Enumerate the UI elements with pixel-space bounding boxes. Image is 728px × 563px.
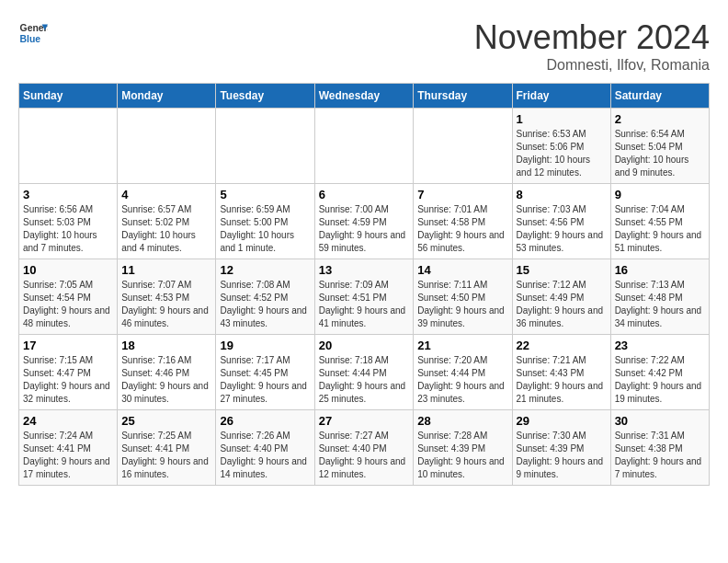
logo-icon: General Blue: [18, 18, 48, 48]
day-number: 9: [615, 188, 705, 201]
day-cell: 15Sunrise: 7:12 AM Sunset: 4:49 PM Dayli…: [512, 259, 610, 335]
day-cell: 6Sunrise: 7:00 AM Sunset: 4:59 PM Daylig…: [314, 184, 414, 259]
day-info: Sunrise: 7:09 AM Sunset: 4:51 PM Dayligh…: [319, 279, 410, 330]
weekday-header-monday: Monday: [118, 84, 216, 109]
day-number: 1: [517, 112, 607, 126]
day-number: 5: [220, 188, 310, 201]
day-info: Sunrise: 7:00 AM Sunset: 4:59 PM Dayligh…: [319, 203, 410, 255]
day-cell: 20Sunrise: 7:18 AM Sunset: 4:44 PM Dayli…: [314, 335, 414, 410]
day-number: 26: [220, 414, 310, 428]
day-number: 14: [417, 263, 507, 277]
day-cell: 21Sunrise: 7:20 AM Sunset: 4:44 PM Dayli…: [414, 335, 512, 410]
header: General Blue November 2024 Domnesti, Ilf…: [18, 18, 710, 74]
day-number: 25: [121, 414, 211, 428]
day-info: Sunrise: 7:11 AM Sunset: 4:50 PM Dayligh…: [417, 279, 507, 330]
day-number: 27: [319, 414, 410, 428]
day-cell: 24Sunrise: 7:24 AM Sunset: 4:41 PM Dayli…: [19, 410, 118, 486]
location-subtitle: Domnesti, Ilfov, Romania: [474, 57, 710, 74]
day-cell: 7Sunrise: 7:01 AM Sunset: 4:58 PM Daylig…: [414, 184, 512, 259]
month-title: November 2024: [474, 18, 710, 57]
day-number: 13: [319, 263, 410, 277]
day-cell: 29Sunrise: 7:30 AM Sunset: 4:39 PM Dayli…: [512, 410, 610, 486]
day-cell: 14Sunrise: 7:11 AM Sunset: 4:50 PM Dayli…: [414, 259, 512, 335]
day-info: Sunrise: 7:20 AM Sunset: 4:44 PM Dayligh…: [417, 354, 507, 406]
day-cell: [19, 109, 118, 184]
day-info: Sunrise: 7:16 AM Sunset: 4:46 PM Dayligh…: [121, 354, 211, 406]
day-cell: 13Sunrise: 7:09 AM Sunset: 4:51 PM Dayli…: [314, 259, 414, 335]
day-cell: 12Sunrise: 7:08 AM Sunset: 4:52 PM Dayli…: [216, 259, 314, 335]
day-info: Sunrise: 7:26 AM Sunset: 4:40 PM Dayligh…: [220, 430, 310, 481]
day-info: Sunrise: 7:12 AM Sunset: 4:49 PM Dayligh…: [517, 279, 607, 330]
day-cell: 27Sunrise: 7:27 AM Sunset: 4:40 PM Dayli…: [314, 410, 414, 486]
day-cell: [414, 109, 512, 184]
day-number: 18: [121, 339, 211, 352]
day-cell: 10Sunrise: 7:05 AM Sunset: 4:54 PM Dayli…: [19, 259, 118, 335]
week-row-3: 10Sunrise: 7:05 AM Sunset: 4:54 PM Dayli…: [19, 259, 710, 335]
day-cell: 5Sunrise: 6:59 AM Sunset: 5:00 PM Daylig…: [216, 184, 314, 259]
calendar-table: SundayMondayTuesdayWednesdayThursdayFrid…: [18, 83, 710, 486]
day-number: 28: [417, 414, 507, 428]
day-number: 8: [517, 188, 607, 201]
week-row-4: 17Sunrise: 7:15 AM Sunset: 4:47 PM Dayli…: [19, 335, 710, 410]
day-info: Sunrise: 6:56 AM Sunset: 5:03 PM Dayligh…: [23, 203, 113, 255]
day-number: 17: [23, 339, 113, 352]
day-cell: 26Sunrise: 7:26 AM Sunset: 4:40 PM Dayli…: [216, 410, 314, 486]
day-number: 11: [121, 263, 211, 277]
day-info: Sunrise: 7:13 AM Sunset: 4:48 PM Dayligh…: [615, 279, 705, 330]
day-cell: 1Sunrise: 6:53 AM Sunset: 5:06 PM Daylig…: [512, 109, 610, 184]
day-number: 19: [220, 339, 310, 352]
week-row-1: 1Sunrise: 6:53 AM Sunset: 5:06 PM Daylig…: [19, 109, 710, 184]
day-cell: 3Sunrise: 6:56 AM Sunset: 5:03 PM Daylig…: [19, 184, 118, 259]
week-row-5: 24Sunrise: 7:24 AM Sunset: 4:41 PM Dayli…: [19, 410, 710, 486]
day-info: Sunrise: 6:59 AM Sunset: 5:00 PM Dayligh…: [220, 203, 310, 255]
day-number: 23: [615, 339, 705, 352]
day-cell: 25Sunrise: 7:25 AM Sunset: 4:41 PM Dayli…: [118, 410, 216, 486]
day-number: 10: [23, 263, 113, 277]
day-cell: 9Sunrise: 7:04 AM Sunset: 4:55 PM Daylig…: [610, 184, 709, 259]
day-info: Sunrise: 7:15 AM Sunset: 4:47 PM Dayligh…: [23, 354, 113, 406]
day-info: Sunrise: 7:30 AM Sunset: 4:39 PM Dayligh…: [517, 430, 607, 481]
day-number: 21: [417, 339, 507, 352]
day-info: Sunrise: 7:04 AM Sunset: 4:55 PM Dayligh…: [615, 203, 705, 255]
day-cell: 28Sunrise: 7:28 AM Sunset: 4:39 PM Dayli…: [414, 410, 512, 486]
day-cell: 22Sunrise: 7:21 AM Sunset: 4:43 PM Dayli…: [512, 335, 610, 410]
day-info: Sunrise: 7:18 AM Sunset: 4:44 PM Dayligh…: [319, 354, 410, 406]
day-cell: 30Sunrise: 7:31 AM Sunset: 4:38 PM Dayli…: [610, 410, 709, 486]
day-cell: [118, 109, 216, 184]
weekday-header-row: SundayMondayTuesdayWednesdayThursdayFrid…: [19, 84, 710, 109]
day-info: Sunrise: 7:28 AM Sunset: 4:39 PM Dayligh…: [417, 430, 507, 481]
day-info: Sunrise: 7:24 AM Sunset: 4:41 PM Dayligh…: [23, 430, 113, 481]
day-cell: 19Sunrise: 7:17 AM Sunset: 4:45 PM Dayli…: [216, 335, 314, 410]
day-cell: [314, 109, 414, 184]
day-info: Sunrise: 7:07 AM Sunset: 4:53 PM Dayligh…: [121, 279, 211, 330]
day-cell: 23Sunrise: 7:22 AM Sunset: 4:42 PM Dayli…: [610, 335, 709, 410]
day-info: Sunrise: 7:05 AM Sunset: 4:54 PM Dayligh…: [23, 279, 113, 330]
weekday-header-saturday: Saturday: [610, 84, 709, 109]
weekday-header-wednesday: Wednesday: [314, 84, 414, 109]
day-cell: [216, 109, 314, 184]
day-cell: 17Sunrise: 7:15 AM Sunset: 4:47 PM Dayli…: [19, 335, 118, 410]
day-number: 7: [417, 188, 507, 201]
day-number: 15: [517, 263, 607, 277]
day-number: 16: [615, 263, 705, 277]
day-info: Sunrise: 7:22 AM Sunset: 4:42 PM Dayligh…: [615, 354, 705, 406]
day-number: 20: [319, 339, 410, 352]
week-row-2: 3Sunrise: 6:56 AM Sunset: 5:03 PM Daylig…: [19, 184, 710, 259]
day-number: 22: [517, 339, 607, 352]
weekday-header-thursday: Thursday: [414, 84, 512, 109]
day-number: 6: [319, 188, 410, 201]
day-number: 29: [517, 414, 607, 428]
day-number: 2: [615, 112, 705, 126]
logo: General Blue: [18, 18, 48, 48]
day-cell: 2Sunrise: 6:54 AM Sunset: 5:04 PM Daylig…: [610, 109, 709, 184]
weekday-header-friday: Friday: [512, 84, 610, 109]
title-area: November 2024 Domnesti, Ilfov, Romania: [474, 18, 710, 74]
day-cell: 11Sunrise: 7:07 AM Sunset: 4:53 PM Dayli…: [118, 259, 216, 335]
day-number: 30: [615, 414, 705, 428]
day-info: Sunrise: 7:27 AM Sunset: 4:40 PM Dayligh…: [319, 430, 410, 481]
day-number: 24: [23, 414, 113, 428]
day-info: Sunrise: 6:53 AM Sunset: 5:06 PM Dayligh…: [517, 128, 607, 179]
day-info: Sunrise: 7:03 AM Sunset: 4:56 PM Dayligh…: [517, 203, 607, 255]
svg-text:Blue: Blue: [20, 34, 41, 44]
day-info: Sunrise: 6:57 AM Sunset: 5:02 PM Dayligh…: [121, 203, 211, 255]
